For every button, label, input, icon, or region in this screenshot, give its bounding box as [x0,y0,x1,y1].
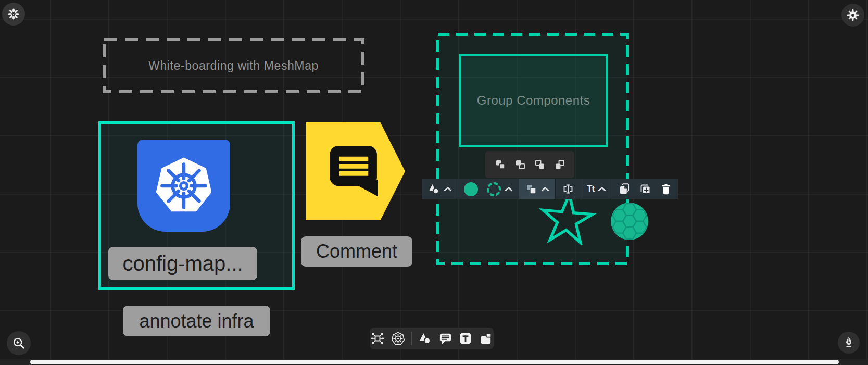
shapes-icon [427,183,440,195]
shapes-tool-button[interactable] [418,331,432,346]
chevron-up-icon [444,186,452,192]
typography-label: Tt [587,184,594,194]
sticky-note-icon [479,332,493,346]
send-backward-button[interactable] [494,158,507,171]
speech-bubble-icon [327,143,383,197]
delete-button[interactable] [660,183,672,195]
typography-button[interactable]: Tt [581,179,612,199]
layer-order-popup [485,151,574,178]
zoom-in-icon [12,336,26,350]
comment-shape[interactable] [306,122,405,220]
border-style-button[interactable] [487,182,501,196]
clipboard-section [612,179,678,199]
pen-tool-button[interactable] [838,332,860,354]
bring-forward-button[interactable] [534,158,546,171]
dock-toolbar: T [370,328,494,349]
shapes-icon [418,332,432,345]
chevron-up-icon [541,186,549,192]
horizontal-scrollbar-thumb[interactable] [30,360,839,364]
group-components-label: Group Components [477,93,590,108]
text-icon [459,332,472,345]
resize-width-button[interactable] [556,179,581,199]
context-toolbar: Tt [422,179,678,199]
meshery-menu-button[interactable] [2,3,25,26]
mesh-components-icon [370,331,385,346]
kubernetes-wheel-icon [391,332,405,346]
fill-color-button[interactable] [464,182,478,196]
comment-tool-button[interactable] [438,331,452,346]
bring-to-front-icon [514,158,526,171]
group-components-shape[interactable]: Group Components [459,54,608,147]
send-to-back-button[interactable] [553,158,566,171]
whiteboard-note-text: White-boarding with MeshMap [103,38,364,93]
copy-button[interactable] [618,183,631,195]
whiteboard-note-shape[interactable]: White-boarding with MeshMap [103,38,364,93]
layer-order-button[interactable] [519,179,555,199]
node-name-label[interactable]: config-map... [108,247,257,280]
hexagon-mesh-circle-shape[interactable] [610,202,649,241]
annotation-text-label[interactable]: annotate infra [123,306,270,336]
chevron-up-icon[interactable] [505,186,513,192]
settings-button[interactable] [841,4,864,27]
shape-style-button[interactable] [422,179,458,199]
zoom-in-button[interactable] [7,331,31,355]
pen-nib-icon [842,336,856,349]
comment-icon [438,332,452,346]
chevron-up-icon [598,186,606,192]
mesh-components-button[interactable] [370,331,385,346]
whiteboard-canvas[interactable]: White-boarding with MeshMap Group Compon… [0,0,868,365]
send-backward-icon [494,158,507,171]
duplicate-button[interactable] [639,183,651,195]
meshery-logo-icon [7,7,20,21]
bring-to-front-button[interactable] [514,158,526,171]
send-to-back-icon [553,158,566,171]
kubernetes-tool-button[interactable] [391,331,405,346]
dock-divider [411,332,412,345]
sticky-note-tool-button[interactable] [479,331,493,346]
kubernetes-icon[interactable] [137,140,230,232]
width-cursor-icon [561,183,575,195]
text-tool-button[interactable]: T [458,331,473,346]
layers-icon [525,183,537,195]
star-shape[interactable] [536,193,599,245]
bring-forward-icon [534,158,546,171]
fill-and-border-section [458,179,519,199]
gear-icon [846,8,860,22]
comment-shape-label[interactable]: Comment [301,236,412,267]
